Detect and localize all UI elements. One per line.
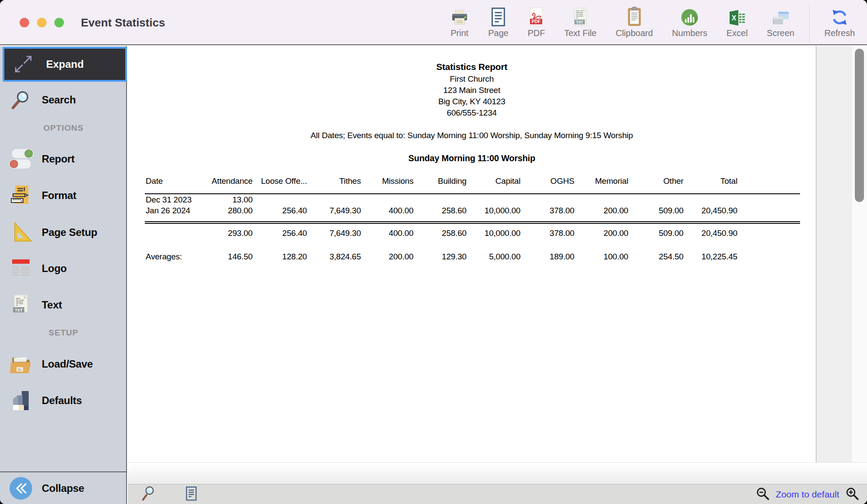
cell: 256.40 — [253, 223, 307, 242]
close-window-button[interactable] — [20, 18, 29, 27]
toolbar-button-clipboard[interactable]: Clipboard — [616, 4, 653, 38]
report-title: Statistics Report — [128, 62, 816, 72]
cell: 3,824.65 — [307, 242, 361, 267]
cell: 128.20 — [253, 242, 307, 267]
column-header: Missions — [361, 173, 413, 194]
letterhead-icon — [0, 258, 42, 279]
report-page: Statistics Report First Church 123 Main … — [128, 46, 816, 462]
toolbar-label-excel: Excel — [727, 28, 748, 38]
page-icon — [490, 4, 506, 27]
cell: 10,000.00 — [467, 205, 520, 216]
zoom-in-button[interactable] — [845, 487, 859, 502]
sidebar-item-page-setup[interactable]: Page Setup — [0, 218, 127, 247]
cell: 293.00 — [201, 223, 253, 242]
sidebar-item-defaults[interactable]: Defaults — [0, 386, 127, 415]
numbers-icon — [680, 4, 699, 27]
sidebar-item-expand[interactable]: Expand — [3, 47, 127, 82]
zoom-window-button[interactable] — [54, 18, 64, 27]
format-icon — [0, 184, 42, 207]
sidebar-item-search[interactable]: Search — [0, 86, 127, 114]
svg-text:TXT: TXT — [15, 308, 23, 312]
sidebar-section-setup: SETUP — [0, 328, 127, 340]
toolbar-button-pdf[interactable]: PDF PDF — [527, 4, 545, 38]
cell: 378.00 — [520, 205, 574, 216]
sidebar-item-load-save[interactable]: Load/Save — [0, 350, 127, 378]
column-header: Total — [684, 173, 737, 194]
toolbar: Print Page — [450, 0, 867, 45]
toolbar-button-print[interactable]: Print — [450, 4, 469, 38]
sidebar-item-text[interactable]: TXT Text — [0, 291, 127, 319]
search-icon — [0, 89, 42, 111]
sidebar-item-label: Report — [42, 153, 75, 165]
cell: Dec 31 2023 — [145, 194, 201, 205]
cell: Averages: — [145, 242, 201, 267]
sidebar-item-label: Page Setup — [42, 226, 97, 239]
cell — [628, 194, 684, 205]
totals-row: 293.00 256.40 7,649.30 400.00 258.60 10,… — [145, 223, 800, 242]
sidebar-item-report[interactable]: Report — [0, 145, 127, 173]
report-org-name: First Church — [128, 74, 816, 84]
cell: 400.00 — [361, 223, 413, 242]
cell: 280.00 — [201, 205, 253, 216]
sidebar-item-label: Text — [42, 299, 62, 311]
sidebar-item-logo[interactable]: Logo — [0, 254, 127, 283]
cell — [361, 194, 413, 205]
cell: Jan 26 2024 — [145, 205, 201, 216]
toolbar-label-clipboard: Clipboard — [616, 28, 653, 38]
sidebar-item-collapse[interactable]: Collapse — [0, 471, 127, 504]
cell-filler — [737, 194, 800, 205]
zoom-to-default-link[interactable]: Zoom to default — [776, 489, 839, 500]
cell: 5,000.00 — [467, 242, 520, 267]
toolbar-button-text-file[interactable]: TXT Text File — [564, 4, 596, 38]
cell: 100.00 — [574, 242, 628, 267]
toolbar-label-numbers: Numbers — [672, 28, 707, 38]
page-gutter — [816, 46, 851, 462]
toolbar-button-numbers[interactable]: Numbers — [672, 4, 707, 38]
toolbar-label-print: Print — [450, 28, 468, 38]
column-header: Attendance — [201, 173, 253, 194]
vertical-scrollbar[interactable] — [851, 46, 867, 462]
excel-icon: X — [727, 4, 747, 27]
cell — [684, 194, 737, 205]
page-view-button[interactable] — [185, 486, 197, 503]
minimize-window-button[interactable] — [37, 18, 47, 27]
toolbar-button-refresh[interactable]: Refresh — [824, 4, 855, 38]
content-area: Statistics Report First Church 123 Main … — [128, 46, 867, 504]
zoom-out-button[interactable] — [756, 487, 770, 502]
report-address-line1: 123 Main Street — [128, 86, 816, 95]
toolbar-label-pdf: PDF — [527, 28, 545, 38]
column-header: OGHS — [520, 173, 574, 194]
cell: 254.50 — [628, 242, 684, 267]
toolbar-label-text-file: Text File — [564, 28, 596, 38]
search-report-button[interactable] — [141, 485, 157, 504]
cell — [145, 223, 201, 242]
scrollbar-thumb[interactable] — [855, 49, 864, 202]
svg-text:X: X — [732, 14, 737, 22]
toolbar-label-refresh: Refresh — [824, 28, 855, 38]
toolbar-button-excel[interactable]: X Excel — [727, 4, 748, 38]
sidebar-item-label: Logo — [42, 262, 67, 275]
statusbar-left-buttons — [141, 484, 197, 504]
txt-document-icon: TXT — [0, 294, 42, 316]
cell: 400.00 — [361, 205, 413, 216]
cell: 129.30 — [413, 242, 467, 267]
cell-filler — [737, 223, 800, 242]
column-header: Building — [413, 173, 467, 194]
toolbar-button-page[interactable]: Page — [488, 4, 509, 38]
toolbar-label-screen: Screen — [767, 28, 794, 38]
cell: 10,000.00 — [467, 223, 520, 242]
sidebar-item-label: Search — [42, 94, 76, 106]
toolbar-label-page: Page — [488, 28, 509, 38]
expand-icon — [4, 54, 43, 75]
statusbar: Zoom to default — [128, 484, 867, 504]
cell: 509.00 — [628, 205, 684, 216]
cell — [307, 194, 361, 205]
cell: 189.00 — [520, 242, 574, 267]
sidebar-item-format[interactable]: Format — [0, 181, 127, 210]
cell: 256.40 — [253, 205, 307, 216]
clipboard-icon — [627, 4, 642, 27]
cell: 200.00 — [361, 242, 413, 267]
sidebar-item-label: Format — [42, 189, 77, 202]
toolbar-button-screen[interactable]: Screen — [767, 4, 794, 38]
spacer-row — [145, 216, 800, 222]
